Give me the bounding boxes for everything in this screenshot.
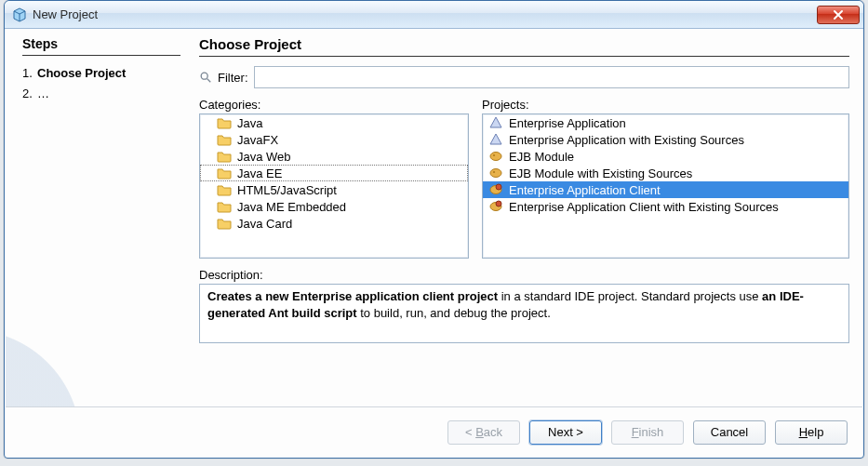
title-text: New Project [33,7,817,21]
main-panel: Choose Project Filter: Categories: JavaJ… [192,29,862,406]
dialog-body: Steps 1.Choose Project2.… Choose Project… [6,29,862,457]
categories-listbox[interactable]: JavaJavaFXJava WebJava EEHTML5/JavaScrip… [199,113,469,259]
project-label: EJB Module [509,150,574,164]
project-item[interactable]: EJB Module with Existing Sources [483,165,848,181]
category-label: JavaFX [237,133,278,147]
projects-label: Projects: [482,98,849,112]
folder-icon [217,216,232,231]
description-box[interactable]: Creates a new Enterprise application cli… [199,284,849,343]
app-cube-icon [12,7,27,22]
ejb-icon [488,166,503,180]
project-label: EJB Module with Existing Sources [509,166,692,180]
category-label: Java Web [237,150,291,164]
svg-line-3 [207,79,211,83]
folder-icon [217,182,232,197]
folder-icon [217,199,232,214]
category-item[interactable]: Java Card [200,215,468,232]
category-label: Java [237,116,262,130]
category-item[interactable]: HTML5/JavaScript [200,181,468,198]
search-icon [199,71,212,84]
project-label: Enterprise Application [509,116,626,130]
description-label: Description: [199,268,849,282]
project-item[interactable]: Enterprise Application [483,114,848,131]
app-client-icon [488,199,503,214]
folder-icon [217,132,232,147]
project-item[interactable]: Enterprise Application Client [483,181,848,198]
steps-list: 1.Choose Project2.… [22,63,180,104]
folder-icon [217,115,232,130]
dialog-window: New Project Steps 1.Choose Project2.… Ch… [4,0,864,459]
projects-column: Projects: Enterprise ApplicationEnterpri… [482,98,849,259]
back-button: < Back [447,420,520,445]
enterprise-app-icon [488,115,503,130]
category-item[interactable]: Java [200,114,468,131]
category-item[interactable]: Java EE [200,165,468,181]
folder-icon [217,149,232,164]
steps-panel: Steps 1.Choose Project2.… [6,29,192,406]
category-item[interactable]: Java Web [200,148,468,165]
steps-heading: Steps [22,36,180,56]
svg-point-2 [201,73,207,79]
category-label: Java EE [237,166,282,180]
button-bar: < Back Next > Finish Cancel Help [6,406,862,457]
category-label: Java Card [237,217,292,231]
cancel-button[interactable]: Cancel [693,420,766,445]
category-label: HTML5/JavaScript [237,183,337,197]
folder-icon [217,166,232,180]
category-item[interactable]: JavaFX [200,131,468,148]
project-label: Enterprise Application with Existing Sou… [509,133,744,147]
close-button[interactable] [817,6,860,24]
category-item[interactable]: Java ME Embedded [200,198,468,215]
enterprise-app-icon [488,132,503,147]
filter-input[interactable] [254,66,850,88]
next-button[interactable]: Next > [529,420,602,445]
ejb-icon [488,149,503,164]
help-button[interactable]: Help [775,420,848,445]
step-item: 1.Choose Project [22,63,180,84]
filter-label: Filter: [218,71,248,85]
project-item[interactable]: EJB Module [483,148,848,165]
titlebar[interactable]: New Project [5,1,863,29]
project-item[interactable]: Enterprise Application Client with Exist… [483,198,848,215]
project-item[interactable]: Enterprise Application with Existing Sou… [483,131,848,148]
close-icon [833,9,844,20]
step-item: 2.… [22,84,180,104]
categories-column: Categories: JavaJavaFXJava WebJava EEHTM… [199,98,469,259]
finish-button: Finish [611,420,684,445]
main-heading: Choose Project [199,36,849,57]
project-label: Enterprise Application Client with Exist… [509,200,779,214]
categories-label: Categories: [199,98,469,112]
projects-listbox[interactable]: Enterprise ApplicationEnterprise Applica… [482,113,849,259]
filter-row: Filter: [199,66,849,88]
project-label: Enterprise Application Client [509,183,661,197]
app-client-icon [488,182,503,197]
category-label: Java ME Embedded [237,200,346,214]
